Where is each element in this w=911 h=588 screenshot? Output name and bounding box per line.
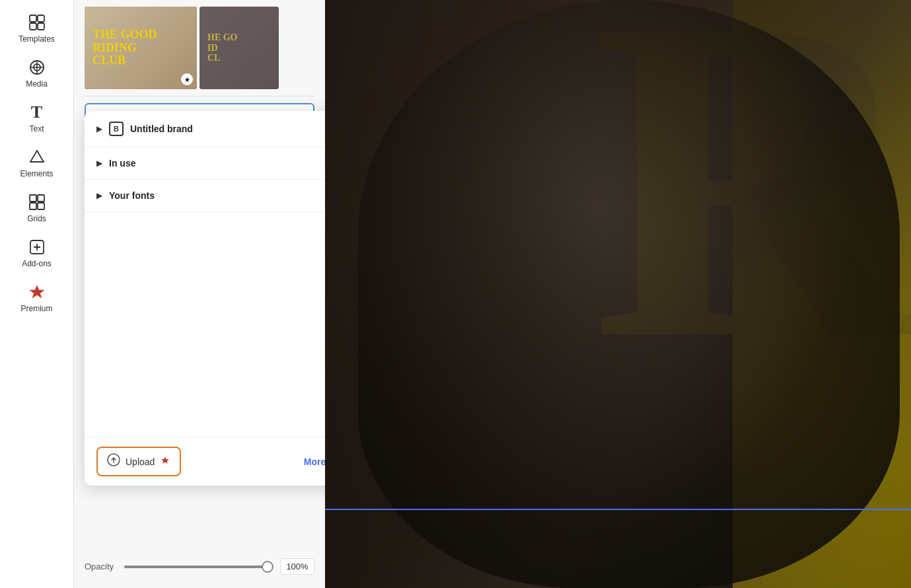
svg-rect-9 [38,195,44,202]
svg-rect-0 [30,15,36,22]
sidebar-item-text[interactable]: T Text [7,96,67,140]
template-thumbnails: THE GOODRIDINGCLUB ★ HE GOIDCL [74,0,325,96]
sidebar-item-grids[interactable]: Grids [7,186,67,230]
section-left-fonts: ▶ Your fonts [96,190,155,201]
template-thumb-1[interactable]: THE GOODRIDINGCLUB ★ [85,7,197,89]
upload-label: Upload [126,457,155,467]
template-thumb-2[interactable]: HE GOIDCL [200,7,279,89]
opacity-thumb[interactable] [262,561,273,573]
dropdown-section-in-use: ▶ In use [85,147,325,180]
templates-icon [28,13,46,32]
main-canvas: R [325,0,911,588]
helmet-shape-container [358,0,900,588]
svg-rect-1 [38,15,44,22]
svg-rect-11 [38,203,44,209]
elements-label: Elements [20,169,53,178]
svg-rect-3 [38,23,44,30]
chevron-fonts-icon: ▶ [96,191,102,200]
helmet-gradient [358,0,900,588]
brand-section-title: Untitled brand [130,124,193,134]
chevron-brand-icon: ▶ [96,124,102,133]
section-left-brand: ▶ B Untitled brand [96,122,193,136]
brand-logo-icon: B [109,122,124,136]
font-dropdown-popup: ▶ B Untitled brand ≡ ▶ In use ▶ Your [85,111,325,486]
chevron-inuse-icon: ▶ [96,159,102,168]
dropdown-bottom-bar: Upload More fonts › [85,437,325,486]
opacity-value: 100% [280,558,314,575]
premium-icon [28,283,46,301]
section-left-inuse: ▶ In use [96,158,135,168]
thumb2-title: HE GOIDCL [207,32,238,63]
elements-icon [28,148,46,166]
upload-icon [107,453,120,470]
grids-icon [28,193,46,211]
dropdown-section-untitled-brand: ▶ B Untitled brand ≡ [85,111,325,147]
sidebar-item-premium[interactable]: Premium [7,276,67,320]
sidebar-item-media[interactable]: Media [7,52,67,95]
premium-upload-icon [160,455,170,468]
addons-icon [28,238,46,256]
upload-button[interactable]: Upload [96,447,181,476]
sidebar-item-templates[interactable]: Templates [7,7,67,50]
more-fonts-button[interactable]: More fonts › [304,457,325,467]
panel: THE GOODRIDINGCLUB ★ HE GOIDCL Poppins A… [74,0,325,588]
sidebar-item-addons[interactable]: Add-ons [7,231,67,275]
sidebar-item-elements[interactable]: Elements [7,141,67,185]
your-fonts-section-title: Your fonts [109,190,155,201]
media-label: Media [26,79,48,89]
svg-rect-2 [30,23,36,30]
sidebar: Templates Media T Text Elements [0,0,74,588]
svg-rect-10 [30,203,36,209]
inuse-section-title: In use [109,158,135,168]
premium-label: Premium [20,304,52,313]
opacity-slider[interactable] [124,566,273,568]
more-fonts-label: More fonts [304,457,325,467]
section-header-your-fonts[interactable]: ▶ Your fonts [85,180,325,211]
thumb-title: THE GOODRIDINGCLUB [92,28,157,67]
selection-line [325,509,911,510]
text-label: Text [29,124,44,133]
templates-label: Templates [18,34,55,44]
section-header-in-use[interactable]: ▶ In use [85,147,325,179]
dropdown-empty-space [85,212,325,437]
addons-label: Add-ons [22,259,52,268]
opacity-row: Opacity 100% [85,558,314,575]
media-icon [28,58,46,77]
section-header-untitled-brand[interactable]: ▶ B Untitled brand ≡ [85,111,325,147]
text-icon: T [28,103,46,122]
grids-label: Grids [27,214,46,223]
opacity-label: Opacity [85,562,118,571]
svg-rect-8 [30,195,36,202]
dropdown-section-your-fonts: ▶ Your fonts [85,180,325,212]
thumb-badge: ★ [181,73,193,85]
